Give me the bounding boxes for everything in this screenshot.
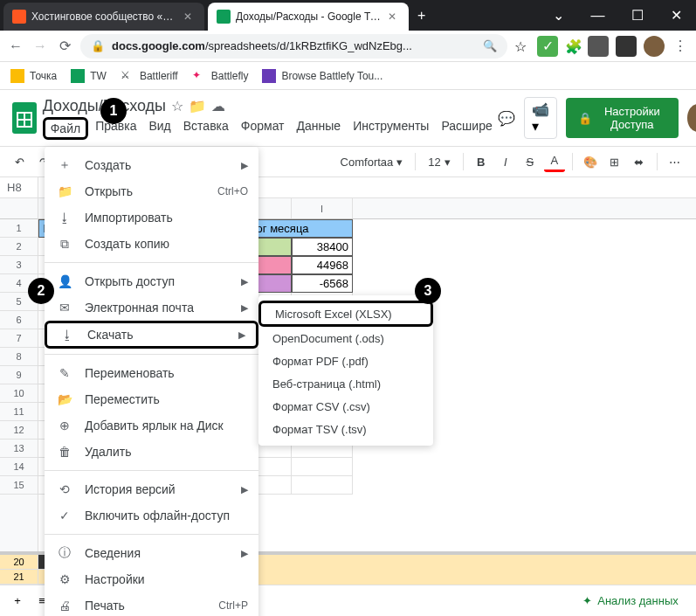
strike-button[interactable]: S <box>520 151 541 172</box>
menu-item[interactable]: 🗑Удалить <box>45 439 258 465</box>
close-icon[interactable]: ✕ <box>388 10 400 23</box>
bookmark-item[interactable]: ⚔Battleriff <box>121 69 178 83</box>
row-header[interactable]: 20 <box>0 555 38 570</box>
analyze-data-button[interactable]: ✦Анализ данных <box>574 594 687 607</box>
forward-button[interactable]: → <box>31 38 49 55</box>
menu-item[interactable]: ⊕Добавить ярлык на Диск <box>45 412 258 439</box>
cell[interactable] <box>292 458 353 476</box>
chevron-left-icon[interactable]: ‹ <box>691 591 696 612</box>
row-header[interactable]: 10 <box>0 384 38 403</box>
submenu-item[interactable]: Формат TSV (.tsv) <box>258 418 433 440</box>
bold-button[interactable]: B <box>471 151 492 172</box>
merge-button[interactable]: ⬌ <box>629 151 650 172</box>
row-header[interactable]: 15 <box>0 476 38 495</box>
submenu-item[interactable]: Формат PDF (.pdf) <box>258 350 433 372</box>
sheets-logo-icon[interactable] <box>10 100 39 135</box>
menu-extensions[interactable]: Расшире <box>436 117 497 140</box>
row-header[interactable]: 11 <box>0 403 38 421</box>
menu-item[interactable]: ⧉Создать копию <box>45 231 258 257</box>
back-button[interactable]: ← <box>7 38 24 55</box>
text-color-button[interactable]: A <box>544 151 565 172</box>
menu-view[interactable]: Вид <box>143 117 176 140</box>
collapse-button[interactable]: ⌃ <box>689 151 696 172</box>
italic-button[interactable]: I <box>495 151 516 172</box>
cell[interactable] <box>292 476 353 495</box>
add-sheet-button[interactable]: + <box>7 591 28 612</box>
comment-icon[interactable]: 💬 <box>498 110 515 127</box>
reload-button[interactable]: ⟳ <box>56 38 73 55</box>
col-header[interactable]: I <box>292 198 353 218</box>
font-size[interactable]: 12 ▾ <box>423 156 455 169</box>
menu-data[interactable]: Данные <box>292 117 347 140</box>
select-all-corner[interactable] <box>0 198 38 219</box>
search-icon[interactable]: 🔍 <box>483 39 497 52</box>
close-icon[interactable]: ✕ <box>183 10 196 23</box>
chevron-down-icon[interactable]: ⌄ <box>539 0 578 31</box>
menu-item[interactable]: ⟲История версий▶ <box>45 476 258 502</box>
summary-value[interactable]: -6568 <box>292 274 353 293</box>
row-header[interactable]: 6 <box>0 311 38 329</box>
bookmark-item[interactable]: Точка <box>10 69 57 83</box>
row-header[interactable]: 3 <box>0 256 38 274</box>
menu-item[interactable]: ⭳Скачать▶ <box>45 321 258 349</box>
bookmark-item[interactable]: Browse Battlefy Tou... <box>262 69 382 83</box>
row-header[interactable]: 7 <box>0 329 38 348</box>
row-header[interactable]: 8 <box>0 348 38 366</box>
submenu-item[interactable]: OpenDocument (.ods) <box>258 327 433 350</box>
star-icon[interactable]: ☆ <box>514 38 530 54</box>
menu-item[interactable]: ⭳Импортировать <box>45 204 258 231</box>
row-header[interactable]: 9 <box>0 366 38 384</box>
row-header[interactable]: 1 <box>0 219 38 238</box>
submenu-item[interactable]: Формат CSV (.csv) <box>258 395 433 418</box>
minimize-button[interactable]: — <box>578 0 617 31</box>
close-button[interactable]: ✕ <box>657 0 696 31</box>
bookmark-item[interactable]: TW <box>71 69 107 83</box>
url-input[interactable]: 🔒 docs.google.com/spreadsheets/d/1kRBztf… <box>80 34 507 59</box>
menu-item[interactable]: ⓘСведения▶ <box>45 540 258 566</box>
extension-icon[interactable]: ✓ <box>537 36 558 57</box>
menu-item[interactable]: 📂Переместить <box>45 386 258 412</box>
menu-icon[interactable]: ⋮ <box>672 38 689 55</box>
menu-item[interactable]: ✉Электронная почта▶ <box>45 294 258 321</box>
more-button[interactable]: ⋯ <box>665 151 686 172</box>
cloud-icon[interactable]: ☁ <box>211 98 225 114</box>
extension-icon[interactable] <box>616 36 637 57</box>
puzzle-icon[interactable]: 🧩 <box>565 38 581 54</box>
menu-file[interactable]: Файл <box>43 117 88 140</box>
menu-insert[interactable]: Вставка <box>178 117 234 140</box>
menu-item[interactable]: ✎Переименовать <box>45 360 258 386</box>
menu-item[interactable]: ⚙Настройки <box>45 566 258 592</box>
row-header[interactable]: 21 <box>0 570 38 585</box>
maximize-button[interactable]: ☐ <box>617 0 657 31</box>
borders-button[interactable]: ⊞ <box>604 151 625 172</box>
undo-button[interactable]: ↶ <box>9 151 30 172</box>
row-header[interactable]: 13 <box>0 440 38 458</box>
menu-item[interactable]: 👤Открыть доступ▶ <box>45 268 258 294</box>
user-avatar[interactable] <box>687 104 696 132</box>
video-call-button[interactable]: 📹▾ <box>524 97 557 139</box>
star-icon[interactable]: ☆ <box>171 98 183 114</box>
font-select[interactable]: Comfortaa ▾ <box>335 156 409 169</box>
submenu-item[interactable]: Microsoft Excel (XLSX) <box>258 301 433 327</box>
row-header[interactable]: 14 <box>0 458 38 476</box>
name-box[interactable]: H8 <box>0 177 38 197</box>
fill-color-button[interactable]: 🎨 <box>580 151 601 172</box>
submenu-item[interactable]: Веб-страница (.html) <box>258 372 433 395</box>
menu-tools[interactable]: Инструменты <box>348 117 434 140</box>
bookmark-item[interactable]: ✦Battlefly <box>192 69 249 83</box>
move-icon[interactable]: 📁 <box>189 98 206 114</box>
menu-item[interactable]: 📁ОткрытьCtrl+O <box>45 178 258 204</box>
menu-item[interactable]: ✓Включить офлайн-доступ <box>45 502 258 529</box>
profile-avatar[interactable] <box>644 36 665 57</box>
row-header[interactable]: 2 <box>0 238 38 256</box>
extension-icon[interactable] <box>588 36 609 57</box>
browser-tab-active[interactable]: Доходы/Расходы - Google Табл ✕ <box>208 3 409 31</box>
menu-item[interactable]: ＋Создать▶ <box>45 152 258 178</box>
share-button[interactable]: 🔒Настройки Доступа <box>566 98 679 138</box>
new-tab-button[interactable]: + <box>409 8 434 24</box>
summary-value[interactable]: 44968 <box>292 256 353 274</box>
summary-value[interactable]: 38400 <box>292 238 353 256</box>
menu-format[interactable]: Формат <box>236 117 290 140</box>
browser-tab[interactable]: Хостинговое сообщество «Time ✕ <box>3 3 204 31</box>
menu-item[interactable]: 🖨ПечатьCtrl+P <box>45 592 258 616</box>
